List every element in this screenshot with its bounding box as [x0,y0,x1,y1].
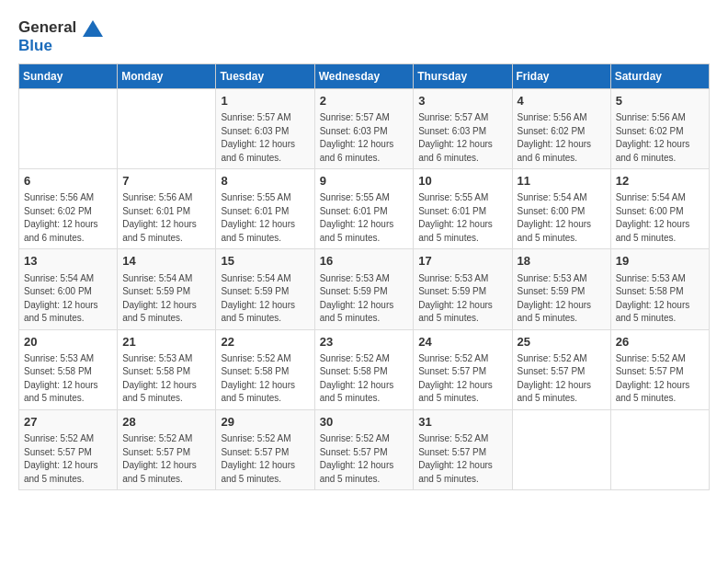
day-info: Sunrise: 5:53 AM Sunset: 5:59 PM Dayligh… [518,272,606,326]
week-row-1: 1Sunrise: 5:57 AM Sunset: 6:03 PM Daylig… [19,89,710,169]
day-number: 2 [320,93,409,109]
day-number: 4 [518,93,606,109]
day-number: 19 [616,253,704,270]
day-number: 9 [320,173,409,190]
day-info: Sunrise: 5:54 AM Sunset: 5:59 PM Dayligh… [122,272,210,326]
day-number: 30 [320,414,409,431]
day-number: 6 [24,173,112,190]
day-number: 5 [616,93,704,109]
day-number: 22 [221,334,309,350]
day-cell: 23Sunrise: 5:52 AM Sunset: 5:58 PM Dayli… [314,329,414,409]
day-cell: 3Sunrise: 5:57 AM Sunset: 6:03 PM Daylig… [414,89,512,169]
col-header-sunday: Sunday [19,64,118,89]
col-header-saturday: Saturday [610,64,709,89]
day-number: 31 [418,414,506,431]
day-cell: 28Sunrise: 5:52 AM Sunset: 5:57 PM Dayli… [118,409,216,489]
day-number: 16 [320,253,409,270]
day-cell: 6Sunrise: 5:56 AM Sunset: 6:02 PM Daylig… [19,169,118,249]
day-info: Sunrise: 5:52 AM Sunset: 5:57 PM Dayligh… [24,432,112,486]
day-cell: 4Sunrise: 5:56 AM Sunset: 6:02 PM Daylig… [512,89,610,169]
day-info: Sunrise: 5:53 AM Sunset: 5:59 PM Dayligh… [320,272,409,326]
day-info: Sunrise: 5:55 AM Sunset: 6:01 PM Dayligh… [320,191,409,245]
day-number: 26 [616,334,704,350]
day-info: Sunrise: 5:52 AM Sunset: 5:57 PM Dayligh… [418,352,506,406]
day-number: 27 [24,414,112,431]
day-number: 28 [122,414,210,431]
day-info: Sunrise: 5:52 AM Sunset: 5:57 PM Dayligh… [122,432,210,486]
day-number: 12 [616,173,704,190]
day-info: Sunrise: 5:56 AM Sunset: 6:02 PM Dayligh… [24,191,112,245]
day-cell: 31Sunrise: 5:52 AM Sunset: 5:57 PM Dayli… [414,409,512,489]
day-info: Sunrise: 5:53 AM Sunset: 5:58 PM Dayligh… [122,352,210,406]
day-cell: 15Sunrise: 5:54 AM Sunset: 5:59 PM Dayli… [216,249,314,329]
day-info: Sunrise: 5:53 AM Sunset: 5:59 PM Dayligh… [418,272,506,326]
day-cell: 7Sunrise: 5:56 AM Sunset: 6:01 PM Daylig… [118,169,216,249]
day-info: Sunrise: 5:55 AM Sunset: 6:01 PM Dayligh… [418,191,506,245]
day-cell: 29Sunrise: 5:52 AM Sunset: 5:57 PM Dayli… [216,409,314,489]
col-header-wednesday: Wednesday [314,64,414,89]
day-cell: 22Sunrise: 5:52 AM Sunset: 5:58 PM Dayli… [216,329,314,409]
day-info: Sunrise: 5:57 AM Sunset: 6:03 PM Dayligh… [221,111,309,165]
week-row-4: 20Sunrise: 5:53 AM Sunset: 5:58 PM Dayli… [19,329,710,409]
day-cell [512,409,610,489]
day-info: Sunrise: 5:56 AM Sunset: 6:02 PM Dayligh… [518,111,606,165]
day-info: Sunrise: 5:53 AM Sunset: 5:58 PM Dayligh… [24,352,112,406]
day-cell: 26Sunrise: 5:52 AM Sunset: 5:57 PM Dayli… [610,329,709,409]
day-cell [118,89,216,169]
week-row-2: 6Sunrise: 5:56 AM Sunset: 6:02 PM Daylig… [19,169,710,249]
day-info: Sunrise: 5:57 AM Sunset: 6:03 PM Dayligh… [418,111,506,165]
header-row: SundayMondayTuesdayWednesdayThursdayFrid… [19,64,710,89]
day-info: Sunrise: 5:52 AM Sunset: 5:57 PM Dayligh… [221,432,309,486]
day-info: Sunrise: 5:55 AM Sunset: 6:01 PM Dayligh… [221,191,309,245]
day-number: 29 [221,414,309,431]
day-cell: 25Sunrise: 5:52 AM Sunset: 5:57 PM Dayli… [512,329,610,409]
day-cell: 13Sunrise: 5:54 AM Sunset: 6:00 PM Dayli… [19,249,118,329]
day-number: 7 [122,173,210,190]
logo-text: General Blue [18,18,103,54]
svg-marker-0 [83,20,103,37]
day-number: 1 [221,93,309,109]
day-number: 20 [24,334,112,350]
day-cell: 17Sunrise: 5:53 AM Sunset: 5:59 PM Dayli… [414,249,512,329]
day-number: 13 [24,253,112,270]
day-number: 14 [122,253,210,270]
day-cell: 30Sunrise: 5:52 AM Sunset: 5:57 PM Dayli… [314,409,414,489]
day-number: 8 [221,173,309,190]
day-cell [610,409,709,489]
logo: General Blue [18,18,103,54]
day-number: 17 [418,253,506,270]
day-cell: 18Sunrise: 5:53 AM Sunset: 5:59 PM Dayli… [512,249,610,329]
day-info: Sunrise: 5:57 AM Sunset: 6:03 PM Dayligh… [320,111,409,165]
day-number: 3 [418,93,506,109]
day-cell: 21Sunrise: 5:53 AM Sunset: 5:58 PM Dayli… [118,329,216,409]
day-number: 25 [518,334,606,350]
week-row-5: 27Sunrise: 5:52 AM Sunset: 5:57 PM Dayli… [19,409,710,489]
day-cell: 27Sunrise: 5:52 AM Sunset: 5:57 PM Dayli… [19,409,118,489]
day-number: 11 [518,173,606,190]
day-number: 10 [418,173,506,190]
day-cell: 10Sunrise: 5:55 AM Sunset: 6:01 PM Dayli… [414,169,512,249]
day-info: Sunrise: 5:52 AM Sunset: 5:57 PM Dayligh… [418,432,506,486]
day-cell: 20Sunrise: 5:53 AM Sunset: 5:58 PM Dayli… [19,329,118,409]
day-number: 21 [122,334,210,350]
col-header-thursday: Thursday [414,64,512,89]
day-info: Sunrise: 5:52 AM Sunset: 5:57 PM Dayligh… [518,352,606,406]
day-number: 15 [221,253,309,270]
day-cell: 2Sunrise: 5:57 AM Sunset: 6:03 PM Daylig… [314,89,414,169]
day-cell: 1Sunrise: 5:57 AM Sunset: 6:03 PM Daylig… [216,89,314,169]
day-cell: 5Sunrise: 5:56 AM Sunset: 6:02 PM Daylig… [610,89,709,169]
day-cell: 19Sunrise: 5:53 AM Sunset: 5:58 PM Dayli… [610,249,709,329]
day-cell: 24Sunrise: 5:52 AM Sunset: 5:57 PM Dayli… [414,329,512,409]
week-row-3: 13Sunrise: 5:54 AM Sunset: 6:00 PM Dayli… [19,249,710,329]
day-cell: 11Sunrise: 5:54 AM Sunset: 6:00 PM Dayli… [512,169,610,249]
day-cell: 12Sunrise: 5:54 AM Sunset: 6:00 PM Dayli… [610,169,709,249]
day-info: Sunrise: 5:52 AM Sunset: 5:58 PM Dayligh… [221,352,309,406]
col-header-friday: Friday [512,64,610,89]
day-info: Sunrise: 5:52 AM Sunset: 5:58 PM Dayligh… [320,352,409,406]
day-info: Sunrise: 5:54 AM Sunset: 5:59 PM Dayligh… [221,272,309,326]
day-info: Sunrise: 5:54 AM Sunset: 6:00 PM Dayligh… [24,272,112,326]
day-info: Sunrise: 5:53 AM Sunset: 5:58 PM Dayligh… [616,272,704,326]
day-number: 18 [518,253,606,270]
day-info: Sunrise: 5:52 AM Sunset: 5:57 PM Dayligh… [616,352,704,406]
page-header: General Blue [18,18,710,54]
